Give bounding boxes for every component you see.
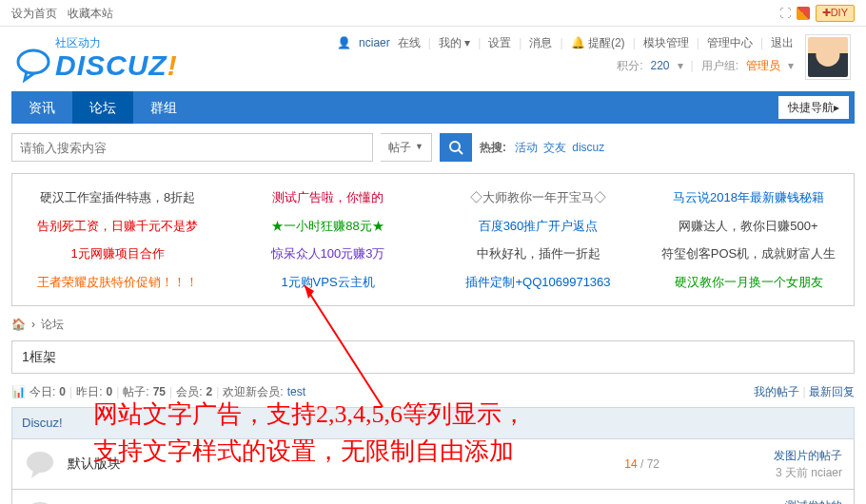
ad-link[interactable]: 硬汉工作室插件特惠，8折起 — [40, 190, 195, 204]
forum-icon — [24, 498, 56, 505]
search-input[interactable] — [11, 133, 373, 162]
ad-link[interactable]: ★一小时狂赚88元★ — [271, 219, 384, 233]
nav-item-2[interactable]: 群组 — [133, 91, 194, 124]
avatar[interactable] — [805, 34, 851, 80]
username-link[interactable]: nciaer — [359, 34, 390, 51]
ad-link[interactable]: 王者荣耀皮肤特价促销！！！ — [37, 275, 198, 289]
breadcrumb-home-icon[interactable]: 🏠 — [11, 316, 26, 333]
palette-icon[interactable] — [797, 7, 810, 20]
breadcrumb-forum[interactable]: 论坛 — [41, 316, 64, 333]
svg-line-2 — [459, 150, 463, 154]
search-button[interactable] — [440, 133, 472, 162]
hot-link[interactable]: discuz — [572, 141, 604, 154]
my-posts-link[interactable]: 我的帖子 — [754, 385, 799, 398]
ad-link[interactable]: ◇大师教你一年开宝马◇ — [470, 190, 606, 204]
ad-link[interactable]: 1元购VPS云主机 — [281, 275, 374, 289]
credits-value[interactable]: 220 — [651, 57, 670, 74]
nav-item-0[interactable]: 资讯 — [11, 91, 72, 124]
set-home-link[interactable]: 设为首页 — [11, 7, 57, 20]
bell-icon: 🔔 — [571, 36, 585, 49]
nav-item-1[interactable]: 论坛 — [72, 91, 133, 124]
ad-link[interactable]: 1元网赚项目合作 — [70, 246, 164, 261]
svg-point-3 — [27, 452, 53, 473]
ad-link[interactable]: 硬汉教你一月换一个女朋友 — [675, 275, 823, 289]
user-icon: 👤 — [337, 34, 351, 51]
search-type-select[interactable]: 帖子 ▼ — [381, 133, 432, 162]
ad-link[interactable]: 惊呆众人100元赚3万 — [271, 246, 385, 261]
module-manage-link[interactable]: 模块管理 — [643, 34, 689, 51]
latest-reply-link[interactable]: 最新回复 — [809, 385, 855, 398]
ad-link[interactable]: 测试广告啦，你懂的 — [272, 190, 384, 204]
usergroup-label: 用户组: — [701, 57, 738, 74]
hot-link[interactable]: 活动 — [515, 141, 538, 154]
ad-link[interactable]: 符玺创客POS机，成就财富人生 — [661, 246, 836, 261]
search-icon — [448, 140, 463, 155]
ad-link[interactable]: 百度360推广开户返点 — [479, 219, 599, 233]
chart-icon[interactable]: 📊 — [11, 383, 26, 400]
main-nav: 资讯论坛群组 快捷导航 ▸ — [11, 91, 855, 124]
new-member-link[interactable]: test — [287, 383, 305, 400]
fav-site-link[interactable]: 收藏本站 — [68, 7, 113, 20]
hot-link[interactable]: 交友 — [543, 141, 566, 154]
ads-block: 硬汉工作室插件特惠，8折起测试广告啦，你懂的◇大师教你一年开宝马◇马云说2018… — [11, 173, 855, 306]
ad-link[interactable]: 插件定制+QQ1069971363 — [465, 275, 610, 289]
svg-point-1 — [450, 142, 460, 151]
expand-icon[interactable]: ⛶ — [779, 5, 791, 22]
credits-label: 积分: — [617, 57, 642, 74]
quicknav-button[interactable]: 快捷导航 ▸ — [778, 96, 849, 119]
usergroup-value[interactable]: 管理员 — [746, 57, 780, 74]
ad-link[interactable]: 告别死工资，日赚千元不是梦 — [37, 219, 198, 233]
diy-button[interactable]: ✚ DIY — [816, 5, 855, 22]
ad-link[interactable]: 马云说2018年最新赚钱秘籍 — [673, 190, 824, 204]
online-status: 在线 — [398, 34, 421, 51]
logo[interactable]: 社区动力 DISCUZ! — [15, 34, 178, 84]
ad-link[interactable]: 网赚达人，教你日赚500+ — [679, 219, 817, 233]
svg-point-0 — [18, 50, 49, 73]
logout-link[interactable]: 退出 — [771, 34, 794, 51]
last-post-link[interactable]: 发图片的帖子 — [774, 449, 842, 462]
my-menu[interactable]: 我的 ▾ — [439, 34, 470, 51]
messages-link[interactable]: 消息 — [529, 34, 552, 51]
board-header[interactable]: Discuz! — [11, 407, 855, 439]
hot-label: 热搜: — [480, 141, 506, 154]
forum-name-link[interactable]: 默认版块 — [68, 456, 121, 471]
frame-title: 1框架 — [11, 340, 855, 374]
ad-link[interactable]: 中秋好礼，插件一折起 — [477, 246, 600, 261]
admin-center-link[interactable]: 管理中心 — [707, 34, 753, 51]
remind-link[interactable]: 🔔 提醒(2) — [571, 34, 625, 51]
settings-link[interactable]: 设置 — [488, 34, 511, 51]
forum-icon — [24, 448, 56, 480]
last-post-link[interactable]: 测试发帖的 — [785, 499, 842, 505]
